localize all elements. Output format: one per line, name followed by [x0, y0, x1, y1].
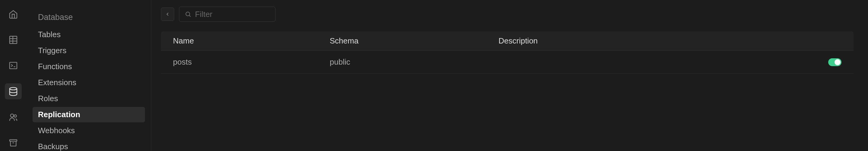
main-content: Name Schema Description posts public: [151, 0, 868, 151]
users-icon: [8, 112, 18, 122]
table-header: Name Schema Description: [161, 31, 854, 51]
table-icon: [8, 35, 18, 45]
rail-storage[interactable]: [5, 135, 22, 151]
svg-point-6: [10, 87, 17, 90]
sidebar-item-webhooks[interactable]: Webhooks: [33, 123, 145, 138]
sidebar-item-replication[interactable]: Replication: [33, 107, 145, 122]
sidebar-item-roles[interactable]: Roles: [33, 91, 145, 106]
rail-sql-editor[interactable]: [5, 58, 22, 74]
terminal-icon: [8, 61, 18, 70]
svg-rect-4: [10, 62, 17, 69]
toggle-knob: [835, 59, 841, 65]
sidebar-title: Database: [33, 9, 145, 26]
rail-auth[interactable]: [5, 109, 22, 125]
svg-point-11: [186, 12, 190, 16]
search-icon: [185, 11, 191, 18]
replication-toggle[interactable]: [828, 58, 841, 66]
search-input[interactable]: [195, 10, 270, 19]
rail-home[interactable]: [5, 6, 22, 22]
header-toggle: [824, 36, 841, 46]
sidebar-item-functions[interactable]: Functions: [33, 59, 145, 74]
back-button[interactable]: [161, 7, 174, 21]
svg-rect-9: [10, 140, 17, 141]
rail-database[interactable]: [5, 83, 22, 99]
svg-point-7: [10, 114, 14, 117]
header-schema: Schema: [330, 36, 498, 46]
sidebar-item-triggers[interactable]: Triggers: [33, 43, 145, 58]
search-box[interactable]: [179, 7, 276, 22]
archive-icon: [8, 138, 18, 148]
svg-line-12: [189, 16, 190, 17]
chevron-left-icon: [165, 11, 170, 17]
row-toggle-cell: [824, 58, 841, 66]
toolbar: [161, 7, 854, 22]
header-description: Description: [498, 36, 824, 46]
sidebar-item-tables[interactable]: Tables: [33, 27, 145, 42]
database-icon: [8, 87, 18, 96]
row-name: posts: [173, 57, 330, 67]
sidebar-item-extensions[interactable]: Extensions: [33, 75, 145, 90]
table-row: posts public: [161, 51, 854, 74]
replication-table: Name Schema Description posts public: [161, 31, 854, 74]
row-schema: public: [330, 57, 498, 67]
header-name: Name: [173, 36, 330, 46]
sidebar-item-backups[interactable]: Backups: [33, 139, 145, 151]
home-icon: [8, 9, 18, 19]
svg-rect-0: [10, 36, 17, 44]
icon-rail: [0, 0, 27, 151]
rail-table-editor[interactable]: [5, 32, 22, 48]
svg-point-8: [14, 115, 17, 117]
sidebar: Database Tables Triggers Functions Exten…: [27, 0, 151, 151]
